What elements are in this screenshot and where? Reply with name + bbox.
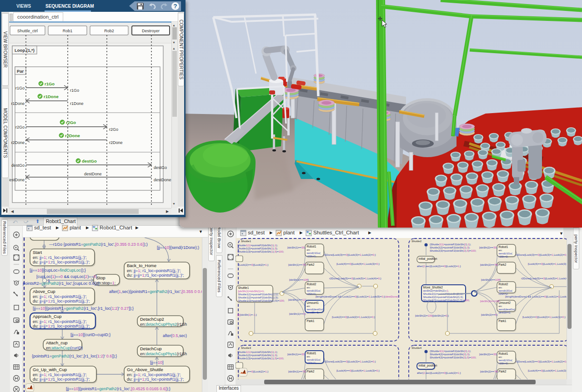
svg-text:Shuttle1(3)=pointsF2(idxSh(1),: Shuttle1(3)=pointsF2(idxSh(1),5)=100; [238,299,285,302]
svg-text:[idxSh(1)==4]: [idxSh(1)==4] [289,313,306,315]
svg-text:send(destGo(: send(destGo( [499,308,515,311]
svg-text:Go_Above_Shuttle: Go_Above_Shuttle [127,367,163,372]
svg-text:destGo: destGo [154,165,167,170]
svg-text:r1Go: r1Go [15,86,25,90]
svg-text:Shuttle1(1)=pointsF2(idxSh(1),: Shuttle1(1)=pointsF2(idxSh(1),1); [237,351,278,353]
svg-text:destDone: destDone [9,178,25,182]
svg-text:[jj]{idxSh(1)=-1;}: [jj]{idxSh(1)=-1;} [237,313,257,316]
svg-text:Shuttle3: Shuttle3 [241,347,251,349]
svg-text:Shuttle2(3)=pointsF2(idxSh(2),: Shuttle2(3)=pointsF2(idxSh(2),5)=100; [430,249,477,252]
svg-text:[Lock(2)==0]{Lock(2)=1,Lock(1): [Lock(2)==0]{Lock(2)=1,Lock(1)=0;} [332,316,375,318]
svg-text:Shuttle4(2)=pointsF2(idxSh(2),: Shuttle4(2)=pointsF2(idxSh(2),3); [430,353,470,356]
svg-text:idxSh(2)=idxSh(2)+1;: idxSh(2)=idxSh(2)+1; [423,289,449,292]
svg-text:Shuttle1: Shuttle1 [241,240,251,243]
svg-text:Shuttle1(3)=pointsF2(idxSh(1),: Shuttle1(3)=pointsF2(idxSh(1),5)=100; [237,357,284,360]
svg-text:r2Done: r2Done [11,140,25,145]
svg-text:[idxSh(2)==35]: [idxSh(2)==35] [479,353,497,356]
svg-text:{pointsR2=genPath2(r1_loc',[cu: {pointsR2=genPath2(r1_loc',[cupLoc 0.6])… [23,281,100,286]
svg-text:en: jj=1; r1_loc=pointsR1(jj,:: en: jj=1; r1_loc=pointsR1(jj,:)'; [33,255,87,260]
svg-text:send(r2Go(: send(r2Go( [499,289,512,292]
svg-text:r1Go: r1Go [45,81,55,86]
svg-text:r1Go: r1Go [70,88,79,93]
svg-text:du: jj=jj+1;r1_loc=pointsR1(jj: du: jj=jj+1;r1_loc=pointsR1(jj,:)'; [33,324,90,328]
svg-text:r1Done: r1Done [70,101,84,106]
svg-text:du: jj=jj+1;r1_loc=pointsR1(jj: du: jj=jj+1;r1_loc=pointsR1(jj,:)'; [127,273,184,278]
svg-text:Robot1: Robot1 [499,245,508,248]
svg-text:[idxSh(1)==75]: [idxSh(1)==75] [288,263,306,266]
svg-text:DetachCup: DetachCup [140,346,162,351]
svg-text:destSh=2;: destSh=2; [499,311,512,314]
svg-text:Shuttle1(1)=pointsF2(idxSh(1),: Shuttle1(1)=pointsF2(idxSh(1),1); [237,244,278,247]
svg-text:en:detachCupPhys1(r1Sh: en:detachCupPhys1(r1Sh [140,352,187,356]
svg-text:Approach_Cup: Approach_Cup [33,314,61,319]
svg-text:send(r1Go(: send(r1Go( [499,359,512,362]
svg-text:Park2: Park2 [499,263,507,266]
svg-text:en:: en: [499,356,503,358]
svg-text:Start: Start [33,250,42,255]
svg-text:Shuttle4: Shuttle4 [411,347,422,349]
svg-text:{pointsR1=genPath2(r1_loc',[r1: {pointsR1=genPath2(r1_loc',[r1_loc(1:2)'… [32,354,117,358]
svg-text:[jj==10]{cupLoc=findCupLoc();}: [jj==10]{cupLoc=findCupLoc();} [30,268,86,273]
svg-text:[Lock(4)==0]{Lock(4)=1,Lock(3): [Lock(4)==0]{Lock(4)=1,Lock(3) [528,369,566,372]
svg-text:destDone: destDone [154,178,171,182]
svg-text:[idxSh(2)==5]: [idxSh(2)==5] [481,313,497,316]
svg-text:r1Sh=1;: r1Sh=1; [307,255,317,258]
svg-text:Move_Shuttle2: Move_Shuttle2 [423,286,443,289]
svg-text:Robot2: Robot2 [499,283,508,286]
svg-text:[jj==10]{pointsR1=genPath2(r1_: [jj==10]{pointsR1=genPath2(r1_loc',[0.45… [66,387,171,391]
svg-text:[idxSh(2)==78]: [idxSh(2)==78] [480,370,498,373]
svg-text:Back_to_Home: Back_to_Home [127,263,156,268]
svg-text:r2Done[Lock(5)==0]{Lock(5)=1,L: r2Done[Lock(5)==0]{Lock(5)=1,Lock(4)=0;} [521,277,567,280]
svg-text:[idxSh(2)==108]: [idxSh(2)==108] [481,278,501,281]
svg-text:en:: en: [307,305,311,308]
svg-text:Park2: Park2 [307,370,315,373]
svg-text:Robot1: Robot1 [307,245,316,248]
svg-text:Shuttle1(1)=pointsF2(idxSh(1),: Shuttle1(1)=pointsF2(idxSh(1),1); [238,293,279,296]
svg-text:r1Done: r1Done [44,94,59,99]
svg-text:[idxSh(1)==108]: [idxSh(1)==108] [289,278,309,281]
svg-text:initial_position: initial_position [419,364,437,367]
svg-text:[idxSh(2)==139]: [idxSh(2)==139] [480,300,500,303]
svg-text:r1Sh=2;: r1Sh=2; [499,362,509,365]
svg-text:{Shuttle2(1)=pointsF2(idxSh(2): {Shuttle2(1)=pointsF2(idxSh(2),1); [430,243,471,246]
svg-text:[Lock(4)==0]{Lock(4)=1,Lock(3): [Lock(4)==0]{Lock(4)=1,Lock(3)=0;} [336,369,380,372]
svg-text:du: jj=jj+1;r1_loc=pointsR1(jj: du: jj=jj+1;r1_loc=pointsR1(jj,:)'; [33,299,90,303]
svg-text:destGo: destGo [82,159,97,164]
svg-text:Attach_cup: Attach_cup [46,340,68,345]
svg-text:Park1: Park1 [307,319,315,323]
svg-text:[jj==10]: [jj==10] [150,360,164,365]
svg-text:r2Done[Lock(5)==0]{Lock(5)=1,L: r2Done[Lock(5)==0]{Lock(5)=1,Lock(4)=0;} [329,277,381,280]
svg-text:[jj==10]{curID=cupID;}: [jj==10]{curID=cupID;} [70,332,110,337]
svg-text:en: jj=1; r1_loc=pointsR1(jj,:: en: jj=1; r1_loc=pointsR1(jj,:)'; [33,319,87,324]
svg-text:send(r1Go(: send(r1Go( [307,358,321,361]
svg-text:[length(destDone) && Lock(1)==: [length(destDone) && Lock(1)==0]{Lock(1)… [505,295,567,298]
svg-text:Rob2: Rob2 [104,29,114,33]
svg-text:{Shuttle4(1)=pointsF2(idxSh(2): {Shuttle4(1)=pointsF2(idxSh(2),1); [430,350,471,352]
svg-text:[jdxSh(1)=idxSh(1)=1;: [jdxSh(1)=idxSh(1)=1; [238,290,265,293]
svg-text:r1Done[Lock(3)==0]{Lock(3)=1,L: r1Done[Lock(3)==0]{Lock(3)=1,Lock(2)=0;} [516,253,567,256]
svg-text:Park2: Park2 [307,263,315,266]
svg-text:[jj==10]{pointsR1=genPath2(r1_: [jj==10]{pointsR1=genPath2(r1_loc',[r1_l… [33,306,134,311]
svg-text:[idxSh(1)==75]: [idxSh(1)==75] [288,370,306,373]
svg-text:Shuttle1(2)=pointsF2(idxSh(1),: Shuttle1(2)=pointsF2(idxSh(1),3); [238,296,279,299]
svg-text:Shuttle_ctrl: Shuttle_ctrl [17,29,38,33]
svg-text:r1Sh=2;: r1Sh=2; [499,255,509,258]
svg-text:en: jj=1; r1_loc=pointsR1(jj,:: en: jj=1; r1_loc=pointsR1(jj,:)'; [33,372,87,377]
svg-text:[Lock(2)==0]{Lock(2)=1,Lock(1): [Lock(2)==0]{Lock(2)=1,Lock(1)=0;} [522,316,566,318]
svg-text:[Lock(4)==0]{Lock(4)=1,Lock(3): [Lock(4)==0]{Lock(4)=1,Lock(3) [528,263,566,265]
svg-text:after(2,sec)[Lock(2)==0]{Lock(: after(2,sec)[Lock(2)==0]{Lock(2)=1;} [417,265,461,268]
svg-text:en:: en: [307,355,311,358]
svg-text:[cupLoc(1)==0 && cupLoc(2)==0]: [cupLoc(1)==0 && cupLoc(2)==0] [36,274,97,279]
svg-text:Park1: Park1 [499,319,507,323]
svg-text:Umount2: Umount2 [499,301,511,304]
svg-text:send(r1Go(: send(r1Go( [499,252,512,255]
svg-text:[Lock(2)==0]{Lock(2)=1;}: [Lock(2)==0]{Lock(2)=1;} [238,263,268,266]
svg-text:en:attachCup(curID): en:attachCup(curID) [46,346,83,350]
svg-text:[idxSh(2)==78]: [idxSh(2)==78] [480,263,498,266]
svg-text:send(r1Go(: send(r1Go( [307,252,321,254]
svg-text:Loop (1,*): Loop (1,*) [15,48,35,53]
svg-text:Shuttle4(3)=pointsF2(idxSh(2),: Shuttle4(3)=pointsF2(idxSh(2),5)=100; [430,356,477,359]
svg-text:Shuttle2: Shuttle2 [411,240,422,243]
svg-text:en:detachCupPhys2(r1Sh: en:detachCupPhys2(r1Sh [140,322,187,327]
svg-text:Shuttle2(2)=pointsF2(idxSh(2),: Shuttle2(2)=pointsF2(idxSh(2),3); [423,296,464,298]
